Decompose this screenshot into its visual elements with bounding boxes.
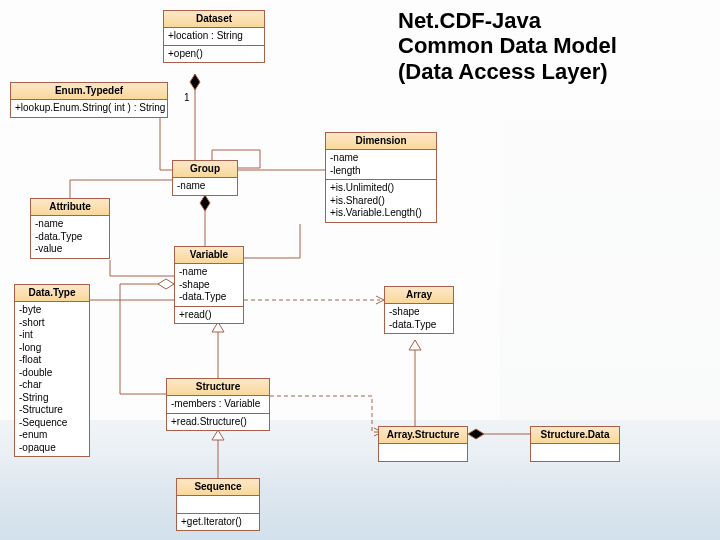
class-enumtypedef-attrs: +lookup.Enum.String( int ) : String: [11, 100, 167, 117]
class-dimension-name: Dimension: [326, 133, 436, 150]
class-variable: Variable -name -shape -data.Type +read(): [174, 246, 244, 324]
class-dimension: Dimension -name -length +is.Unlimited() …: [325, 132, 437, 223]
class-sequence: Sequence +get.Iterator(): [176, 478, 260, 531]
class-array-name: Array: [385, 287, 453, 304]
class-attribute-attrs: -name -data.Type -value: [31, 216, 109, 258]
class-dataset-ops: +open(): [164, 46, 264, 63]
diagram-title: Net.CDF-Java Common Data Model (Data Acc…: [398, 8, 617, 84]
class-group-name: Group: [173, 161, 237, 178]
class-enumtypedef-name: Enum.Typedef: [11, 83, 167, 100]
class-arraystructure-name: Array.Structure: [379, 427, 467, 444]
class-dataset-attrs: +location : String: [164, 28, 264, 46]
class-arraystructure-empty: [379, 444, 467, 461]
class-variable-attrs: -name -shape -data.Type: [175, 264, 243, 307]
class-array-attrs: -shape -data.Type: [385, 304, 453, 333]
title-line-3: (Data Access Layer): [398, 59, 617, 84]
class-structure-ops: +read.Structure(): [167, 414, 269, 431]
class-structure: Structure -members : Variable +read.Stru…: [166, 378, 270, 431]
class-array: Array -shape -data.Type: [384, 286, 454, 334]
multiplicity-dataset-group: 1: [184, 92, 190, 103]
class-datatype: Data.Type -byte -short -int -long -float…: [14, 284, 90, 457]
class-variable-name: Variable: [175, 247, 243, 264]
class-structuredata-empty: [531, 444, 619, 461]
class-structuredata-name: Structure.Data: [531, 427, 619, 444]
class-dataset: Dataset +location : String +open(): [163, 10, 265, 63]
class-sequence-empty: [177, 496, 259, 514]
class-attribute-name: Attribute: [31, 199, 109, 216]
class-enumtypedef: Enum.Typedef +lookup.Enum.String( int ) …: [10, 82, 168, 118]
class-dimension-ops: +is.Unlimited() +is.Shared() +is.Variabl…: [326, 180, 436, 222]
class-datatype-attrs: -byte -short -int -long -float -double -…: [15, 302, 89, 456]
class-structure-name: Structure: [167, 379, 269, 396]
class-structuredata: Structure.Data: [530, 426, 620, 462]
class-arraystructure: Array.Structure: [378, 426, 468, 462]
class-sequence-name: Sequence: [177, 479, 259, 496]
class-attribute: Attribute -name -data.Type -value: [30, 198, 110, 259]
title-line-2: Common Data Model: [398, 33, 617, 58]
class-dimension-attrs: -name -length: [326, 150, 436, 180]
title-line-1: Net.CDF-Java: [398, 8, 617, 33]
class-datatype-name: Data.Type: [15, 285, 89, 302]
class-structure-attrs: -members : Variable: [167, 396, 269, 414]
class-dataset-name: Dataset: [164, 11, 264, 28]
class-group: Group -name: [172, 160, 238, 196]
class-group-attrs: -name: [173, 178, 237, 195]
class-variable-ops: +read(): [175, 307, 243, 324]
class-sequence-ops: +get.Iterator(): [177, 514, 259, 531]
